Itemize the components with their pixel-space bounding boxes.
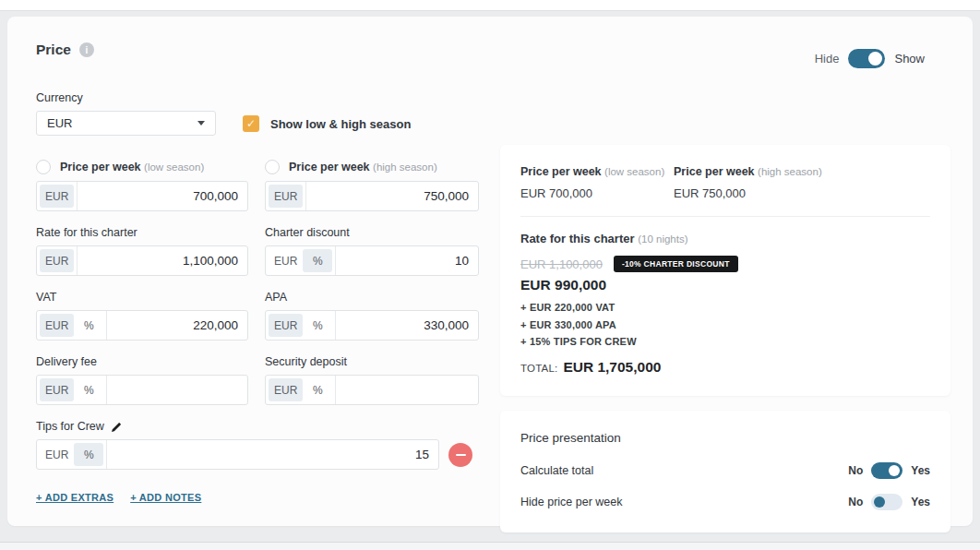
calculate-total-toggle[interactable]: [871, 462, 902, 479]
field-apa: APA EUR %: [265, 290, 479, 341]
visibility-control: Hide Show: [815, 38, 950, 68]
vat-input-group: EUR %: [36, 310, 248, 341]
summary-tips-line: + 15% TIPS FOR CREW: [520, 336, 930, 347]
currency-value: EUR: [47, 116, 72, 130]
field-tips-for-crew: Tips for Crew EUR %: [36, 419, 472, 470]
summary-column: Price per week (low season) EUR 700,000 …: [500, 90, 950, 532]
price-high-sub: (high season): [373, 161, 437, 173]
hide-price-per-week-label: Hide price per week: [520, 496, 622, 508]
price-high-radio[interactable]: [265, 160, 280, 174]
divider: [520, 216, 930, 217]
summary-price-high-label: Price per week (high season): [674, 165, 827, 178]
security-deposit-input-group: EUR %: [265, 375, 479, 405]
visibility-toggle[interactable]: [848, 49, 885, 68]
unit-percent[interactable]: %: [74, 378, 103, 401]
total-row: TOTAL: EUR 1,705,000: [520, 359, 930, 376]
no-label: No: [848, 496, 863, 508]
unit-eur[interactable]: EUR: [269, 314, 303, 337]
toggle-knob: [868, 52, 882, 66]
unit-eur[interactable]: EUR: [269, 249, 303, 272]
summary-price-high-value: EUR 750,000: [674, 186, 827, 200]
price-card: Price i Hide Show Currency EUR ✓ Sho: [7, 17, 973, 526]
hide-price-per-week-toggle[interactable]: [871, 494, 902, 510]
calculate-total-row: Calculate total No Yes: [520, 462, 930, 479]
unit-eur[interactable]: EUR: [40, 314, 74, 337]
edit-pencil-icon[interactable]: [111, 422, 122, 433]
price-presentation-panel: Price presentation Calculate total No Ye…: [500, 411, 950, 532]
page-title: Price: [36, 42, 71, 58]
toggle-knob: [874, 496, 885, 508]
field-price-high: Price per week (high season) EUR: [265, 160, 479, 211]
price-high-input-group: EUR: [265, 181, 479, 211]
yes-label: Yes: [911, 496, 930, 508]
calculate-total-label: Calculate total: [520, 464, 593, 477]
card-header: Price i Hide Show: [30, 38, 950, 68]
currency-select[interactable]: EUR: [36, 111, 216, 136]
season-checkbox-label: Show low & high season: [270, 117, 411, 131]
apa-label: APA: [265, 290, 479, 305]
delivery-fee-label: Delivery fee: [36, 354, 248, 370]
checkbox-checked-icon[interactable]: ✓: [243, 115, 259, 132]
apa-input-group: EUR %: [265, 310, 479, 341]
unit-eur[interactable]: EUR: [40, 249, 74, 272]
summary-vat-line: + EUR 220,000 VAT: [520, 302, 930, 313]
unit-percent[interactable]: %: [74, 314, 103, 337]
unit-percent[interactable]: %: [303, 314, 332, 337]
original-price: EUR 1,100,000: [520, 257, 603, 271]
discount-input[interactable]: [336, 246, 478, 275]
price-low-label: Price per week (low season): [60, 161, 204, 173]
summary-price-low-label: Price per week (low season): [520, 165, 674, 178]
remove-tips-button[interactable]: [448, 443, 472, 467]
hide-label: Hide: [815, 52, 840, 66]
price-low-input[interactable]: [78, 182, 247, 210]
presentation-title: Price presentation: [520, 431, 930, 445]
tips-input[interactable]: [107, 440, 438, 469]
price-high-input[interactable]: [306, 182, 478, 210]
unit-percent[interactable]: %: [303, 249, 332, 272]
tips-label: Tips for Crew: [36, 419, 472, 435]
add-notes-link[interactable]: + ADD NOTES: [130, 492, 201, 503]
hide-price-per-week-row: Hide price per week No Yes: [520, 494, 930, 510]
unit-eur[interactable]: EUR: [269, 378, 303, 401]
delivery-fee-input[interactable]: [107, 376, 247, 404]
unit-eur[interactable]: EUR: [40, 185, 74, 208]
security-deposit-label: Security deposit: [265, 354, 479, 370]
currency-label: Currency: [36, 90, 472, 106]
tips-input-group: EUR %: [36, 439, 439, 470]
field-rate: Rate for this charter EUR: [36, 225, 248, 276]
price-summary-panel: Price per week (low season) EUR 700,000 …: [500, 145, 950, 396]
delivery-fee-input-group: EUR %: [36, 375, 248, 405]
rate-input[interactable]: [78, 246, 247, 275]
season-checkbox-row[interactable]: ✓ Show low & high season: [243, 115, 411, 136]
discount-input-group: EUR %: [265, 245, 479, 276]
vat-label: VAT: [36, 290, 248, 305]
vat-input[interactable]: [107, 311, 247, 340]
info-icon[interactable]: i: [79, 42, 94, 57]
unit-eur[interactable]: EUR: [269, 185, 303, 208]
summary-price-low: Price per week (low season) EUR 700,000: [520, 165, 674, 200]
price-low-radio[interactable]: [36, 160, 51, 174]
title-wrap: Price i: [30, 38, 94, 58]
no-label: No: [848, 464, 863, 477]
price-low-input-group: EUR: [36, 181, 248, 211]
price-low-sub: (low season): [144, 161, 204, 173]
discount-label: Charter discount: [265, 225, 479, 241]
page-bottom-divider: [0, 542, 980, 550]
unit-eur[interactable]: EUR: [40, 443, 74, 466]
add-extras-link[interactable]: + ADD EXTRAS: [36, 492, 114, 503]
price-high-label: Price per week (high season): [289, 161, 437, 173]
apa-input[interactable]: [336, 311, 478, 340]
field-delivery-fee: Delivery fee EUR %: [36, 354, 248, 405]
rate-input-group: EUR: [36, 245, 248, 276]
currency-block: Currency EUR ✓ Show low & high season: [36, 90, 472, 136]
unit-percent[interactable]: %: [303, 378, 332, 401]
field-security-deposit: Security deposit EUR %: [265, 354, 479, 405]
total-label: TOTAL:: [520, 363, 557, 374]
unit-percent[interactable]: %: [74, 443, 103, 466]
total-value: EUR 1,705,000: [563, 359, 661, 376]
security-deposit-input[interactable]: [336, 376, 478, 404]
chevron-down-icon: [197, 121, 205, 126]
unit-eur[interactable]: EUR: [40, 378, 74, 401]
toggle-knob: [889, 465, 900, 476]
price-form: Currency EUR ✓ Show low & high season: [30, 90, 472, 532]
